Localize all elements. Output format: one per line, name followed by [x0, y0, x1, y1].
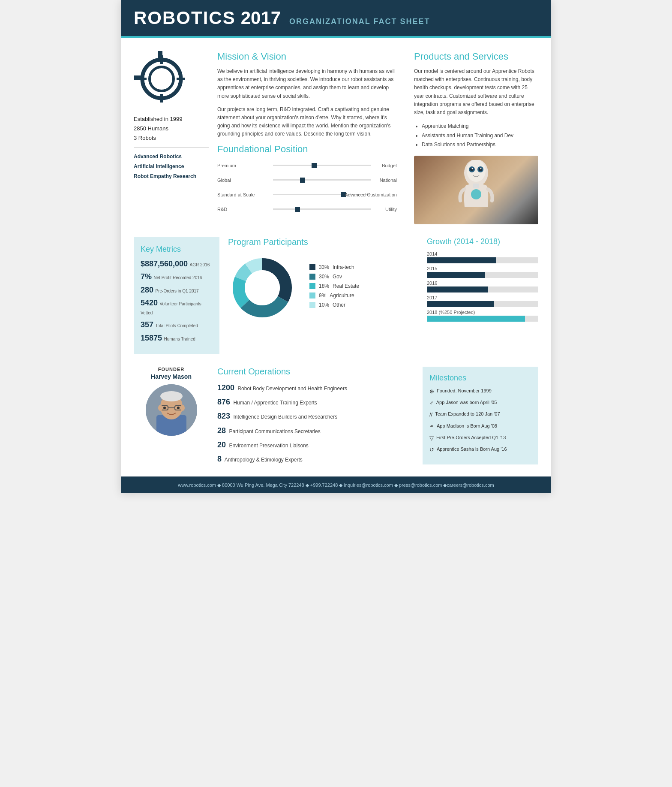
growth-year-2: 2016 [427, 280, 538, 286]
ops-num-5: 8 [217, 455, 222, 463]
ms-text-3: App Madison is Born Aug '08 [437, 423, 497, 429]
service-item-2: Data Solutions and Partnerships [422, 140, 538, 150]
metric-3: 5420 Volunteer Participants Vetted [141, 298, 213, 317]
legend-pct-2: 18% [319, 283, 329, 289]
svg-point-1 [150, 67, 174, 91]
chart-row-3: R&D Utility [217, 205, 397, 214]
metric-small-4: Total Pilots Completed [156, 323, 198, 328]
legend-pct-4: 10% [319, 302, 329, 308]
robots-label: 3 Robots [134, 133, 209, 143]
metric-big-3: 5420 [141, 299, 158, 307]
ms-text-0: Founded. November 1999 [437, 388, 492, 394]
ms-text-2: Team Expanded to 120 Jan '07 [435, 411, 500, 417]
metric-big-2: 280 [141, 286, 153, 294]
brand-name: ROBOTICS [134, 8, 236, 28]
chart-label-rnd: R&D [217, 207, 273, 212]
growth-bar-3: 2017 [427, 295, 538, 307]
svg-point-14 [472, 168, 473, 169]
mission-para1: We believe in artificial intelligence de… [217, 67, 397, 100]
growth-bar-fill-3 [427, 301, 494, 307]
svg-rect-7 [158, 51, 162, 60]
growth-bar-fill-1 [427, 272, 485, 278]
growth-bar-2: 2016 [427, 280, 538, 292]
legend-item-4: 10% Other [309, 302, 418, 308]
left-stats: Established in 1999 2850 Humans 3 Robots [134, 115, 209, 143]
ops-desc-0: Robot Body Development and Health Engine… [237, 386, 347, 392]
ms-icon-1: ♂ [429, 399, 434, 407]
left-divider [134, 147, 209, 148]
ms-text-4: First Pre-Orders Accepted Q1 '13 [436, 434, 506, 441]
chart-label-utility: Utility [273, 207, 397, 212]
mission-para2: Our projects are long term, R&D integrat… [217, 106, 397, 139]
ms-item-0: ⊕ Founded. November 1999 [429, 388, 531, 395]
ms-item-1: ♂ App Jason was born April '05 [429, 399, 531, 407]
svg-point-34 [180, 405, 185, 411]
svg-point-16 [471, 189, 481, 199]
humans-label: 2850 Humans [134, 124, 209, 133]
founder-name: Harvey Mason [134, 373, 209, 380]
footer-text: www.robotics.com ◆ 80000 Wu Ping Ave. Me… [178, 482, 494, 488]
key-metrics-panel: Key Metrics $887,560,000 AGR 2016 7% Net… [134, 237, 219, 354]
ms-item-5: ↺ Apprentice Sasha is Born Aug '16 [429, 446, 531, 454]
ops-num-1: 876 [217, 398, 230, 406]
page: ROBOTICS 2017 ORGANIZATIONAL FACT SHEET [121, 0, 551, 493]
ms-icon-3: ⚭ [429, 423, 434, 431]
founder-column: FOUNDER Harvey Mason [134, 367, 209, 436]
legend-item-2: 18% Real Estate [309, 283, 418, 289]
ms-icon-5: ↺ [429, 446, 434, 454]
growth-bar-bg-0 [427, 257, 538, 263]
milestones-title: Milestones [429, 374, 531, 383]
metric-0: $887,560,000 AGR 2016 [141, 259, 213, 269]
growth-bar-4: 2018 (%250 Projected) [427, 310, 538, 322]
footer: www.robotics.com ◆ 80000 Wu Ping Ave. Me… [121, 476, 551, 493]
ms-item-2: // Team Expanded to 120 Jan '07 [429, 411, 531, 419]
key-metrics-title: Key Metrics [141, 245, 213, 254]
metric-small-5: Humans Trained [164, 337, 195, 341]
svg-point-23 [245, 270, 280, 305]
service-item-0: Apprentice Matching [422, 122, 538, 131]
program-participants-panel: Program Participants [228, 237, 418, 322]
robot-image [414, 156, 538, 224]
ops-num-2: 823 [217, 412, 230, 420]
growth-title: Growth (2014 - 2018) [427, 237, 538, 246]
ms-item-4: ▽ First Pre-Orders Accepted Q1 '13 [429, 434, 531, 442]
mid-column: Mission & Vision We believe in artificia… [217, 51, 405, 224]
growth-year-0: 2014 [427, 251, 538, 256]
ops-desc-1: Human / Apprentice Training Experts [233, 400, 317, 406]
ops-num-3: 28 [217, 426, 226, 435]
left-column: Established in 1999 2850 Humans 3 Robots… [134, 51, 209, 224]
growth-bar-0: 2014 [427, 251, 538, 263]
growth-bar-fill-2 [427, 286, 488, 292]
metric-small-1: Net Profit Recorded 2016 [153, 275, 202, 280]
chart-row-0: Premium Budget [217, 161, 397, 170]
ops-item-1: 876 Human / Apprentice Training Experts [217, 397, 414, 407]
ops-title: Current Operations [217, 367, 414, 377]
ops-item-5: 8 Anthropology & Etimology Experts [217, 454, 414, 464]
operations-column: Current Operations 1200 Robot Body Devel… [217, 367, 414, 468]
svg-point-0 [142, 60, 181, 98]
chart-label-national: National [273, 178, 397, 183]
right-column: Products and Services Our model is cente… [414, 51, 538, 224]
metric-big-4: 357 [141, 320, 153, 329]
ms-icon-4: ▽ [429, 434, 434, 442]
svg-point-15 [480, 168, 482, 169]
svg-point-32 [177, 407, 180, 409]
svg-point-27 [160, 391, 183, 401]
legend-pct-0: 33% [319, 264, 329, 270]
header-year: 2017 [241, 8, 281, 28]
legend-color-4 [309, 302, 315, 308]
metric-4: 357 Total Pilots Completed [141, 320, 213, 330]
pp-title: Program Participants [228, 237, 418, 247]
products-title: Products and Services [414, 51, 538, 62]
ops-desc-4: Environment Preservation Liaisons [229, 443, 308, 449]
legend-item-1: 30% Gov [309, 274, 418, 280]
legend-label-1: Gov [333, 274, 342, 280]
ops-item-0: 1200 Robot Body Development and Health E… [217, 383, 414, 393]
legend-label-2: Real Estate [333, 283, 359, 289]
ms-text-5: Apprentice Sasha is Born Aug '16 [437, 446, 507, 452]
products-desc: Our model is centered around our Apprent… [414, 67, 538, 117]
growth-bar-bg-3 [427, 301, 538, 307]
growth-panel: Growth (2014 - 2018) 2014 2015 2016 [427, 237, 538, 324]
growth-bar-fill-4 [427, 316, 525, 322]
growth-bar-bg-1 [427, 272, 538, 278]
